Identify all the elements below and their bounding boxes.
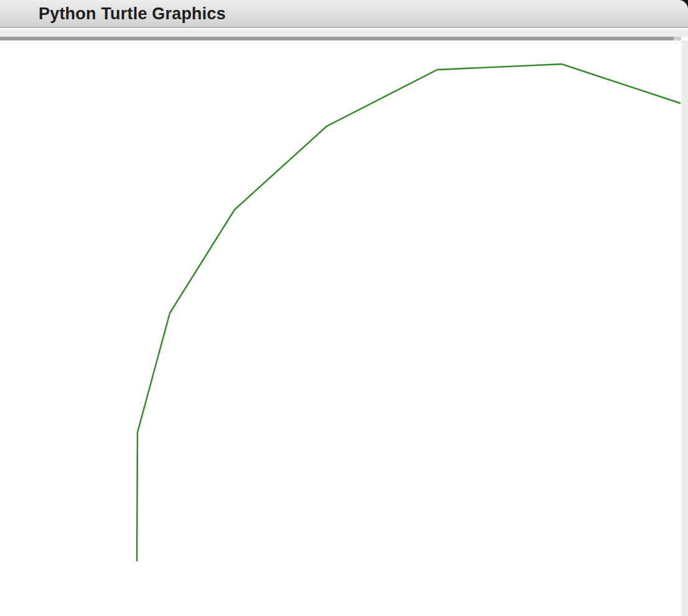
titlebar-lower-strip	[0, 29, 688, 37]
title-bar[interactable]: Python Turtle Graphics	[0, 0, 688, 28]
window-title: Python Turtle Graphics	[39, 0, 226, 27]
vertical-scrollbar[interactable]	[681, 40, 688, 616]
turtle-canvas[interactable]	[0, 40, 681, 616]
turtle-graphics-window: Python Turtle Graphics	[0, 0, 688, 616]
